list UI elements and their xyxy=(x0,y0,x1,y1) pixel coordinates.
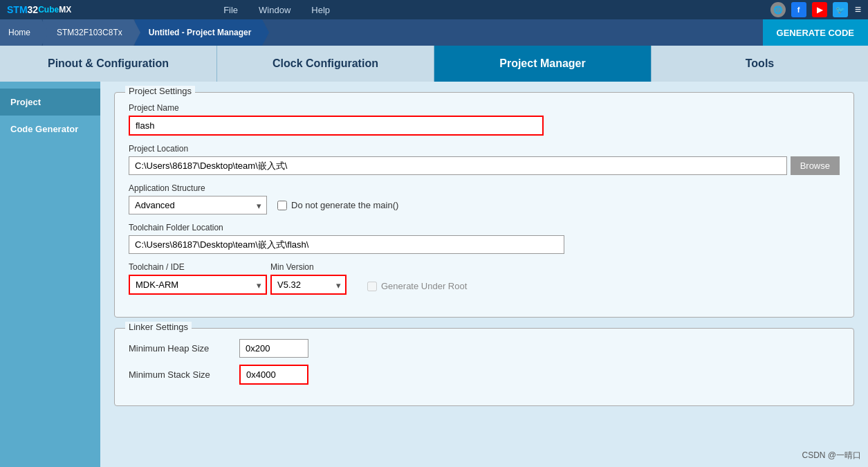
stack-size-label: Minimum Stack Size xyxy=(129,369,232,380)
tab-bar: Pinout & Configuration Clock Configurati… xyxy=(0,46,868,82)
sidebar: Project Code Generator xyxy=(0,82,100,467)
app-structure-select[interactable]: Basic Advanced xyxy=(129,196,267,214)
app-structure-select-wrapper: Basic Advanced xyxy=(129,196,267,214)
bc-chip[interactable]: STM32F103C8Tx xyxy=(43,19,133,46)
sidebar-item-code-generator[interactable]: Code Generator xyxy=(0,116,100,143)
project-location-row: Project Location Browse xyxy=(129,144,840,175)
menu-window[interactable]: Window xyxy=(259,5,290,15)
top-bar: STM 32 Cube MX File Window Help 🌐 f ▶ 🐦 … xyxy=(0,0,868,19)
facebook-icon[interactable]: f xyxy=(791,2,806,17)
app-structure-row: Application Structure Basic Advanced Do … xyxy=(129,183,840,214)
toolchain-ide-label: Toolchain / IDE xyxy=(129,262,267,272)
app-logo: STM 32 Cube MX xyxy=(7,4,71,15)
toolchain-ide-col: Toolchain / IDE MDK-ARM STM32CubeIDE Mak… xyxy=(129,262,267,295)
app-structure-label: Application Structure xyxy=(129,183,840,193)
min-version-select[interactable]: V5.32 V5.27 V5.26 xyxy=(270,275,347,295)
min-version-col: Min Version V5.32 V5.27 V5.26 xyxy=(270,262,347,295)
menu-dots[interactable]: ≡ xyxy=(855,3,861,16)
youtube-icon[interactable]: ▶ xyxy=(812,2,827,17)
toolchain-folder-row: Toolchain Folder Location xyxy=(129,223,840,254)
heap-size-row: Minimum Heap Size xyxy=(129,339,840,358)
min-version-wrapper: V5.32 V5.27 V5.26 xyxy=(270,275,347,295)
main-layout: Project Code Generator Project Settings … xyxy=(0,82,868,467)
stack-size-row: Minimum Stack Size xyxy=(129,365,840,385)
bc-home[interactable]: Home xyxy=(0,19,41,46)
generate-code-button[interactable]: GENERATE CODE xyxy=(763,19,868,46)
toolchain-ide-select[interactable]: MDK-ARM STM32CubeIDE Makefile xyxy=(129,275,267,295)
twitter-icon[interactable]: 🐦 xyxy=(833,2,848,17)
sidebar-item-project[interactable]: Project xyxy=(0,89,100,116)
menu-help[interactable]: Help xyxy=(311,5,330,15)
tab-tools[interactable]: Tools xyxy=(652,46,868,82)
social-links: 🌐 f ▶ 🐦 ≡ xyxy=(770,2,861,17)
no-main-label: Do not generate the main() xyxy=(277,200,398,210)
menu-file[interactable]: File xyxy=(223,5,238,15)
project-name-row: Project Name xyxy=(129,103,840,136)
watermark: CSDN @一晴口 xyxy=(802,450,861,461)
breadcrumb-bar: Home STM32F103C8Tx Untitled - Project Ma… xyxy=(0,19,868,46)
globe-icon[interactable]: 🌐 xyxy=(770,2,786,17)
gen-root-checkbox[interactable] xyxy=(367,282,377,291)
min-version-label: Min Version xyxy=(270,262,347,272)
toolchain-folder-label: Toolchain Folder Location xyxy=(129,223,840,232)
content-area: Project Settings Project Name Project Lo… xyxy=(100,82,868,467)
project-name-input[interactable] xyxy=(129,116,544,136)
linker-settings-title: Linker Settings xyxy=(125,322,192,332)
breadcrumb: Home STM32F103C8Tx Untitled - Project Ma… xyxy=(0,19,264,46)
heap-size-input[interactable] xyxy=(239,339,308,358)
browse-button[interactable]: Browse xyxy=(791,156,840,175)
toolchain-ide-row: Toolchain / IDE MDK-ARM STM32CubeIDE Mak… xyxy=(129,262,840,295)
project-location-input[interactable] xyxy=(129,156,787,175)
no-main-checkbox[interactable] xyxy=(277,201,287,210)
toolchain-folder-input[interactable] xyxy=(129,235,564,254)
linker-settings-panel: Linker Settings Minimum Heap Size Minimu… xyxy=(114,328,854,406)
bc-project[interactable]: Untitled - Project Manager xyxy=(135,19,263,46)
toolchain-ide-wrapper: MDK-ARM STM32CubeIDE Makefile xyxy=(129,275,267,295)
heap-size-label: Minimum Heap Size xyxy=(129,343,232,354)
top-menu: File Window Help xyxy=(223,5,330,15)
tab-project-manager[interactable]: Project Manager xyxy=(434,46,652,82)
project-location-label: Project Location xyxy=(129,144,840,154)
project-settings-panel: Project Settings Project Name Project Lo… xyxy=(114,92,854,318)
stack-size-input[interactable] xyxy=(239,365,308,385)
project-settings-title: Project Settings xyxy=(125,86,195,96)
tab-pinout[interactable]: Pinout & Configuration xyxy=(0,46,217,82)
gen-root-label: Generate Under Root xyxy=(367,281,467,291)
project-name-label: Project Name xyxy=(129,103,840,113)
tab-clock[interactable]: Clock Configuration xyxy=(217,46,434,82)
